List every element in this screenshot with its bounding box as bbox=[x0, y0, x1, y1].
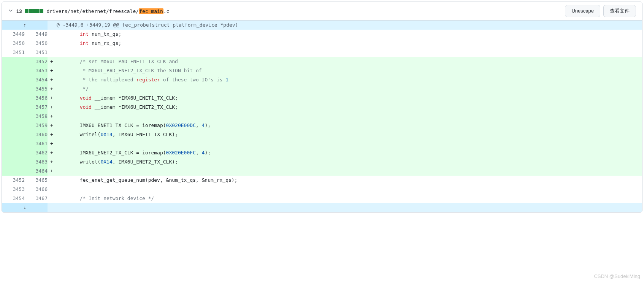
old-line-number[interactable] bbox=[2, 112, 25, 121]
new-line-number[interactable]: 3467 bbox=[25, 194, 48, 203]
diff-line: 3463+ writel(0X14, IMX6U_ENET2_TX_CLK); bbox=[2, 157, 642, 167]
diff-file-container: 13 drivers/net/ethernet/freescale/fec_ma… bbox=[2, 2, 642, 213]
expand-down-row: ⇣ bbox=[2, 203, 642, 212]
code-cell: IMX6U_ENET1_TX_CLK = ioremap(0X020E00DC,… bbox=[56, 121, 642, 130]
file-header-left: 13 drivers/net/ethernet/freescale/fec_ma… bbox=[8, 8, 169, 14]
new-line-number[interactable]: 3455 bbox=[25, 84, 48, 94]
new-line-number[interactable]: 3459 bbox=[25, 121, 48, 130]
new-line-number[interactable]: 3462 bbox=[25, 148, 48, 157]
new-line-number[interactable]: 3465 bbox=[25, 176, 48, 185]
diff-marker: + bbox=[48, 75, 56, 84]
diff-marker bbox=[48, 30, 56, 39]
diff-marker bbox=[48, 176, 56, 185]
old-line-number[interactable] bbox=[2, 130, 25, 139]
old-line-number[interactable] bbox=[2, 121, 25, 130]
old-line-number[interactable] bbox=[2, 57, 25, 66]
stat-block-add bbox=[40, 9, 43, 13]
old-line-number[interactable] bbox=[2, 75, 25, 84]
new-line-number[interactable]: 3457 bbox=[25, 103, 48, 112]
old-line-number[interactable]: 3453 bbox=[2, 185, 25, 194]
code-cell: */ bbox=[56, 84, 642, 94]
code-cell bbox=[56, 139, 642, 148]
new-line-number[interactable]: 3461 bbox=[25, 139, 48, 148]
old-line-number[interactable] bbox=[2, 66, 25, 75]
diff-line: 3453+ * MX6UL_PAD_ENET2_TX_CLK the SION … bbox=[2, 66, 642, 75]
stat-block-add bbox=[29, 9, 32, 13]
code-cell: fec_enet_get_queue_num(pdev, &num_tx_qs,… bbox=[56, 176, 642, 185]
diff-line: 3457+ void __iomem *IMX6U_ENET2_TX_CLK; bbox=[2, 103, 642, 112]
diff-marker: + bbox=[48, 57, 56, 66]
diff-line: 3460+ writel(0X14, IMX6U_ENET1_TX_CLK); bbox=[2, 130, 642, 139]
diff-marker: + bbox=[48, 103, 56, 112]
diff-line: 34543467 /* Init network device */ bbox=[2, 194, 642, 203]
code-cell: writel(0X14, IMX6U_ENET1_TX_CLK); bbox=[56, 130, 642, 139]
code-cell: int num_tx_qs; bbox=[56, 30, 642, 39]
code-cell: * MX6UL_PAD_ENET2_TX_CLK the SION bit of bbox=[56, 66, 642, 75]
stat-block-add bbox=[32, 9, 36, 13]
new-line-number[interactable]: 3466 bbox=[25, 185, 48, 194]
stat-block-add bbox=[36, 9, 40, 13]
diff-marker bbox=[48, 194, 56, 203]
old-line-number[interactable] bbox=[2, 139, 25, 148]
old-line-number[interactable] bbox=[2, 148, 25, 157]
old-line-number[interactable]: 3454 bbox=[2, 194, 25, 203]
diff-tbody: ⇡ @ -3449,6 +3449,19 @@ fec_probe(struct… bbox=[2, 21, 642, 203]
old-line-number[interactable] bbox=[2, 167, 25, 176]
new-line-number[interactable]: 3452 bbox=[25, 57, 48, 66]
view-file-button[interactable]: 查看文件 bbox=[603, 5, 636, 17]
code-cell bbox=[56, 48, 642, 57]
expand-down-cell[interactable]: ⇣ bbox=[2, 203, 48, 212]
code-cell: IMX6U_ENET2_TX_CLK = ioremap(0X020E00FC,… bbox=[56, 148, 642, 157]
new-line-number[interactable]: 3453 bbox=[25, 66, 48, 75]
collapse-chevron-icon[interactable] bbox=[8, 8, 13, 14]
new-line-number[interactable]: 3449 bbox=[25, 30, 48, 39]
unescape-button[interactable]: Unescape bbox=[565, 5, 600, 17]
hunk-marker bbox=[48, 21, 56, 30]
old-line-number[interactable] bbox=[2, 157, 25, 167]
diff-marker: + bbox=[48, 157, 56, 167]
diff-line: 34533466 bbox=[2, 185, 642, 194]
new-line-number[interactable]: 3454 bbox=[25, 75, 48, 84]
new-line-number[interactable]: 3460 bbox=[25, 130, 48, 139]
code-cell: /* Init network device */ bbox=[56, 194, 642, 203]
expand-up-icon: ⇡ bbox=[2, 21, 48, 30]
new-line-number[interactable]: 3458 bbox=[25, 112, 48, 121]
code-cell bbox=[56, 112, 642, 121]
diff-line: 34493449 int num_tx_qs; bbox=[2, 30, 642, 39]
hunk-header-row: ⇡ @ -3449,6 +3449,19 @@ fec_probe(struct… bbox=[2, 21, 642, 30]
diff-line: 3459+ IMX6U_ENET1_TX_CLK = ioremap(0X020… bbox=[2, 121, 642, 130]
old-line-number[interactable] bbox=[2, 103, 25, 112]
new-line-number[interactable]: 3450 bbox=[25, 39, 48, 48]
old-line-number[interactable] bbox=[2, 84, 25, 94]
new-line-number[interactable]: 3463 bbox=[25, 157, 48, 167]
diff-line: 3456+ void __iomem *IMX6U_ENET1_TX_CLK; bbox=[2, 94, 642, 103]
diff-marker bbox=[48, 39, 56, 48]
expand-down-marker bbox=[48, 203, 56, 212]
old-line-number[interactable]: 3452 bbox=[2, 176, 25, 185]
diff-marker bbox=[48, 185, 56, 194]
diff-marker: + bbox=[48, 130, 56, 139]
file-header-right: Unescape 查看文件 bbox=[565, 5, 636, 17]
new-line-number[interactable]: 3464 bbox=[25, 167, 48, 176]
file-path-highlight: fec_main bbox=[139, 8, 163, 14]
diff-line: 3464+ bbox=[2, 167, 642, 176]
diff-line: 3455+ */ bbox=[2, 84, 642, 94]
expand-up-cell[interactable]: ⇡ bbox=[2, 21, 48, 30]
expand-down-code bbox=[56, 203, 642, 212]
file-path-prefix: drivers/net/ethernet/freescale/ bbox=[46, 8, 139, 14]
old-line-number[interactable]: 3450 bbox=[2, 39, 25, 48]
new-line-number[interactable]: 3451 bbox=[25, 48, 48, 57]
code-cell: * the multiplexed register of these two … bbox=[56, 75, 642, 84]
old-line-number[interactable]: 3451 bbox=[2, 48, 25, 57]
file-path-suffix: .c bbox=[163, 8, 170, 14]
diff-marker: + bbox=[48, 121, 56, 130]
new-line-number[interactable]: 3456 bbox=[25, 94, 48, 103]
code-cell: writel(0X14, IMX6U_ENET2_TX_CLK); bbox=[56, 157, 642, 167]
code-cell: /* set MX6UL_PAD_ENET1_TX_CLK and bbox=[56, 57, 642, 66]
file-path[interactable]: drivers/net/ethernet/freescale/fec_main.… bbox=[46, 8, 169, 14]
diff-line: 3461+ bbox=[2, 139, 642, 148]
old-line-number[interactable]: 3449 bbox=[2, 30, 25, 39]
old-line-number[interactable] bbox=[2, 94, 25, 103]
file-header: 13 drivers/net/ethernet/freescale/fec_ma… bbox=[2, 2, 642, 21]
code-cell: void __iomem *IMX6U_ENET2_TX_CLK; bbox=[56, 103, 642, 112]
